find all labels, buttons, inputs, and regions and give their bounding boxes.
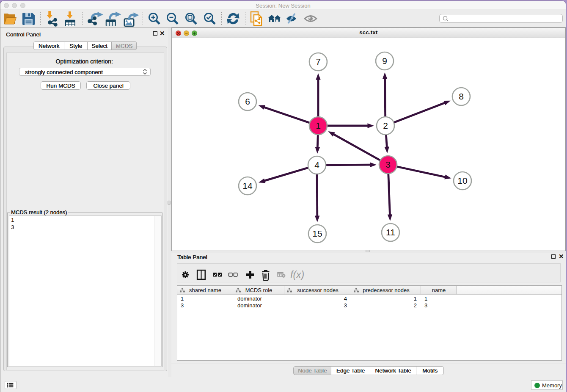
- svg-text:6: 6: [245, 97, 250, 106]
- svg-text:15: 15: [312, 229, 322, 238]
- svg-text:14: 14: [242, 181, 253, 190]
- svg-text:3: 3: [385, 160, 391, 169]
- svg-text:4: 4: [314, 160, 319, 170]
- svg-text:9: 9: [382, 56, 387, 66]
- svg-text:7: 7: [316, 57, 321, 66]
- svg-text:10: 10: [457, 176, 467, 185]
- svg-text:1: 1: [316, 121, 321, 130]
- svg-text:2: 2: [383, 121, 388, 130]
- svg-text:8: 8: [459, 91, 464, 101]
- svg-text:11: 11: [386, 227, 395, 237]
- svg-text:f(x): f(x): [290, 269, 304, 280]
